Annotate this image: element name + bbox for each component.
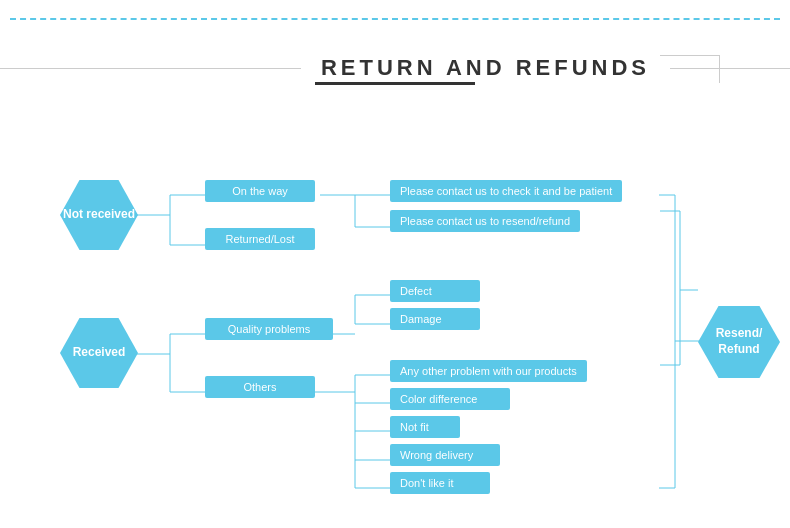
color-difference-box: Color difference bbox=[390, 388, 510, 410]
contact-patient-box: Please contact us to check it and be pat… bbox=[390, 180, 622, 202]
wrong-delivery-box: Wrong delivery bbox=[390, 444, 500, 466]
received-hexagon: Received bbox=[60, 318, 138, 388]
title-corner bbox=[660, 55, 720, 83]
returned-lost-box: Returned/Lost bbox=[205, 228, 315, 250]
others-box: Others bbox=[205, 376, 315, 398]
diagram: Not received Received Resend/ Refund On … bbox=[30, 120, 760, 508]
any-other-box: Any other problem with our products bbox=[390, 360, 587, 382]
top-dashes bbox=[10, 18, 780, 20]
title-line-left bbox=[0, 68, 301, 69]
page-title: RETURN AND REFUNDS bbox=[301, 55, 670, 81]
not-fit-box: Not fit bbox=[390, 416, 460, 438]
resend-refund-detail-box: Please contact us to resend/refund bbox=[390, 210, 580, 232]
quality-problems-box: Quality problems bbox=[205, 318, 333, 340]
dont-like-box: Don't like it bbox=[390, 472, 490, 494]
damage-box: Damage bbox=[390, 308, 480, 330]
resend-refund-hexagon: Resend/ Refund bbox=[698, 306, 780, 378]
not-received-hexagon: Not received bbox=[60, 180, 138, 250]
on-the-way-box: On the way bbox=[205, 180, 315, 202]
defect-box: Defect bbox=[390, 280, 480, 302]
title-underline bbox=[315, 82, 475, 85]
